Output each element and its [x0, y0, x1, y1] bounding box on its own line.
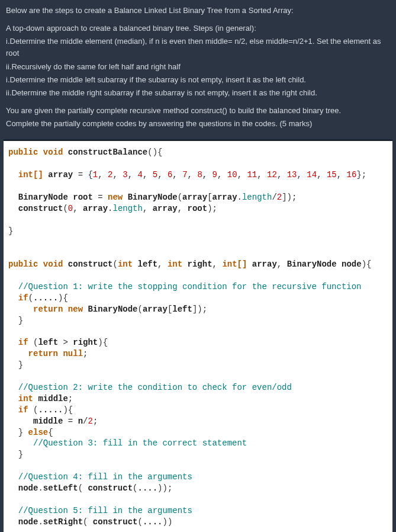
var-array: array	[48, 170, 73, 180]
blank-5: ....	[143, 517, 163, 527]
fn-construct: construct	[68, 259, 113, 269]
num-11: 11	[247, 170, 257, 180]
blank-1: .....	[33, 293, 58, 303]
type-binarynode: BinaryNode	[128, 193, 178, 202]
num-4: 4	[138, 170, 143, 180]
kw-if: if	[18, 338, 28, 347]
fn-construct-call: construct	[88, 483, 133, 493]
question-3-comment: //Question 3: fill in the correct statem…	[33, 438, 247, 448]
method-setright: setRight	[43, 517, 83, 527]
type-binarynode: BinaryNode	[287, 259, 337, 269]
var-array: array	[213, 193, 237, 202]
type-binarynode: BinaryNode	[18, 193, 68, 202]
kw-int-arr: int[]	[18, 170, 43, 180]
kw-if: if	[18, 405, 28, 415]
kw-else: else	[28, 428, 49, 437]
var-node: node	[18, 483, 38, 493]
kw-new: new	[68, 305, 83, 314]
kw-int: int	[168, 259, 182, 269]
fn-construct-call: construct	[18, 204, 63, 213]
kw-if: if	[18, 293, 28, 303]
var-left: left	[38, 338, 58, 347]
num-2c: 2	[88, 416, 92, 426]
kw-public: public	[8, 259, 38, 269]
var-root: root	[188, 204, 208, 213]
kw-return: return	[33, 305, 63, 314]
param-right: right	[188, 259, 213, 269]
num-2b: 2	[277, 193, 282, 202]
type-binarynode: BinaryNode	[88, 305, 137, 314]
var-array: array	[182, 193, 207, 202]
param-left: left	[138, 259, 158, 269]
kw-null: null	[63, 349, 83, 358]
blank-2: .....	[38, 405, 63, 415]
param-array: array	[252, 259, 277, 269]
var-array: array	[153, 204, 178, 213]
question-1-comment: //Question 1: write the stopping conditi…	[18, 282, 362, 291]
num-16: 16	[347, 170, 357, 180]
substep-ii: ii.Determine the middle right subarray i…	[6, 87, 390, 99]
kw-new: new	[108, 193, 123, 202]
step-ii: ii.Recursively do the same for left half…	[6, 61, 390, 73]
var-n: n	[78, 416, 83, 426]
num-6: 6	[168, 170, 172, 180]
num-9: 9	[213, 170, 217, 180]
kw-public: public	[8, 148, 38, 157]
var-root: root	[73, 193, 93, 202]
prop-length: length	[242, 193, 272, 202]
var-middle: middle	[38, 394, 67, 403]
var-node: node	[18, 517, 38, 527]
num-0: 0	[68, 204, 73, 213]
code-block: public void constructBalance(){ int[] ar…	[4, 139, 392, 532]
method-setleft: setLeft	[43, 483, 78, 493]
blank-4: ....	[137, 483, 157, 493]
question-4-comment: //Question 4: fill in the arguments	[18, 472, 192, 482]
step-overview: A top-down approach to create a balanced…	[6, 23, 390, 34]
param-node: node	[342, 259, 362, 269]
num-12: 12	[267, 170, 277, 180]
kw-int: int	[18, 394, 33, 403]
task-line-2: Complete the partially complete codes by…	[6, 118, 390, 130]
substep-i: i.Determine the middle left subarray if …	[6, 74, 390, 86]
fn-construct-call: construct	[93, 517, 138, 527]
kw-return: return	[28, 349, 58, 358]
kw-void: void	[43, 259, 63, 269]
var-array: array	[83, 204, 108, 213]
var-left: left	[172, 305, 192, 314]
intro-text: Below are the steps to create a Balance …	[6, 5, 390, 17]
var-middle: middle	[33, 416, 63, 426]
num-13: 13	[287, 170, 297, 180]
num-8: 8	[197, 170, 202, 180]
instructions-panel: Below are the steps to create a Balance …	[0, 0, 396, 139]
num-5: 5	[153, 170, 157, 180]
kw-int: int	[118, 259, 133, 269]
kw-int-arr: int[]	[222, 259, 247, 269]
num-1: 1	[93, 170, 98, 180]
num-14: 14	[307, 170, 317, 180]
prop-length: length	[112, 204, 142, 213]
fn-constructBalance: constructBalance	[68, 148, 147, 157]
task-line-1: You are given the partially complete rec…	[6, 105, 390, 117]
num-7: 7	[182, 170, 187, 180]
num-10: 10	[227, 170, 237, 180]
step-i: i.Determine the middle element (median),…	[6, 36, 390, 59]
num-2: 2	[108, 170, 112, 180]
var-array: array	[143, 305, 168, 314]
var-right: right	[73, 338, 98, 347]
question-2-comment: //Question 2: write the condition to che…	[18, 383, 292, 392]
num-3: 3	[123, 170, 127, 180]
question-5-comment: //Question 5: fill in the arguments	[18, 506, 192, 515]
kw-void: void	[43, 148, 63, 157]
num-15: 15	[327, 170, 337, 180]
